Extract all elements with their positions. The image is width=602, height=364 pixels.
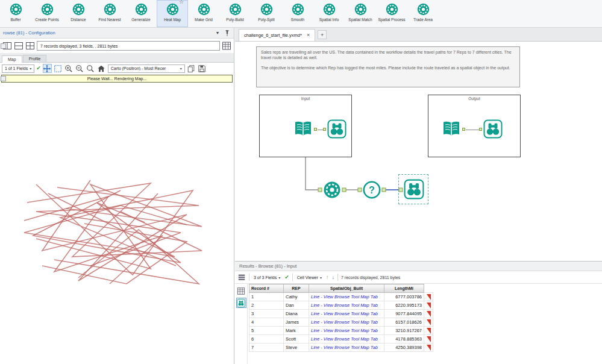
chevron-down-icon: ▾ bbox=[320, 275, 322, 280]
column-header-record[interactable]: Record # bbox=[249, 284, 284, 293]
table-row[interactable]: 5 Mark Line - View Browse Tool Map Tab 3… bbox=[249, 327, 433, 335]
column-header-rep[interactable]: REP bbox=[284, 284, 309, 293]
question-tool[interactable] bbox=[362, 180, 381, 199]
toolbar-tool-generalize[interactable]: Generalize bbox=[125, 0, 157, 27]
input-anchor[interactable] bbox=[479, 128, 482, 131]
layout-grid-split-icon[interactable] bbox=[25, 41, 35, 51]
copy-map-button[interactable] bbox=[187, 64, 196, 73]
config-panel-header: rowse (81) - Configuration ▾ bbox=[0, 28, 234, 39]
dock-icon-top[interactable] bbox=[1, 43, 6, 49]
table-row[interactable]: 7 Steve Line - View Browse Tool Map Tab … bbox=[249, 344, 433, 352]
apply-check-icon[interactable]: ✔ bbox=[284, 275, 289, 280]
toolbar-tool-spatial-process[interactable]: Spatial Process bbox=[376, 0, 407, 27]
output-tool-container[interactable]: Output bbox=[428, 95, 521, 157]
input-anchor[interactable] bbox=[318, 188, 322, 192]
input-tool-container[interactable]: Input bbox=[259, 95, 352, 157]
map-route-line bbox=[36, 184, 193, 275]
pan-tool-button[interactable] bbox=[43, 64, 52, 73]
toolbar-tool-buffer[interactable]: Buffer bbox=[0, 0, 31, 27]
table-row[interactable]: 2 Dan Line - View Browse Tool Map Tab 62… bbox=[249, 301, 433, 310]
tool-label: Spatial Info bbox=[319, 17, 339, 22]
fields-dropdown[interactable]: 1 of 1 Fields ▾ bbox=[2, 64, 34, 73]
spatial-link-cell[interactable]: Line - View Browse Tool Map Tab bbox=[309, 327, 384, 335]
spatial-link-cell[interactable]: Line - View Browse Tool Map Tab bbox=[309, 301, 384, 310]
favorite-star-icon[interactable]: ☆ bbox=[179, 0, 184, 5]
rep-cell: Diana bbox=[284, 310, 309, 318]
basemap-dropdown-value: Carto (Positron) - Most Recer bbox=[111, 66, 178, 71]
toolbar-tool-distance[interactable]: Distance bbox=[63, 0, 94, 27]
close-icon[interactable]: × bbox=[307, 33, 310, 38]
spatial-link-cell[interactable]: Line - View Browse Tool Map Tab bbox=[309, 344, 384, 352]
tab-profile[interactable]: Profile bbox=[23, 55, 47, 62]
workflow-tab[interactable]: challenge_6_start_flle.yxmd* × bbox=[239, 29, 315, 41]
comment-box[interactable]: Sales reps are travelling all over the U… bbox=[256, 46, 520, 87]
results-record-info: 7 records displayed, 2811 bytes bbox=[341, 275, 400, 280]
spatial-link-cell[interactable]: Line - View Browse Tool Map Tab bbox=[309, 335, 384, 344]
new-workflow-button[interactable]: + bbox=[318, 30, 327, 39]
record-number-cell: 1 bbox=[249, 293, 284, 301]
pin-icon[interactable] bbox=[224, 30, 231, 37]
column-header-spatialobj[interactable]: SpatialObj_Built bbox=[309, 284, 384, 293]
cell-viewer-dropdown[interactable]: Cell Viewer ▾ bbox=[296, 273, 323, 281]
toolbar-tool-find-nearest[interactable]: Find Nearest bbox=[94, 0, 125, 27]
length-cell: 4250.389398 bbox=[384, 344, 424, 352]
results-fields-dropdown[interactable]: 3 of 3 Fields ▾ bbox=[252, 273, 281, 281]
panel-menu-chevron-icon[interactable]: ▾ bbox=[214, 30, 221, 37]
toolbar-tool-spatial-info[interactable]: Spatial Info bbox=[313, 0, 345, 27]
results-panel-header[interactable]: Results - Browse (81) - Input bbox=[235, 262, 602, 271]
input-data-tool-icon[interactable] bbox=[293, 119, 313, 139]
spatial-process-tool[interactable] bbox=[322, 180, 342, 199]
save-map-button[interactable] bbox=[198, 64, 207, 73]
toolbar-tool-heat-map[interactable]: ☆ Heat Map bbox=[157, 0, 188, 27]
toolbar-tool-trade-area[interactable]: Trade Area bbox=[407, 0, 439, 27]
results-table[interactable]: Record # REP SpatialObj_Built LengthMi 1… bbox=[249, 284, 433, 352]
table-row[interactable]: 4 James Line - View Browse Tool Map Tab … bbox=[249, 318, 433, 327]
column-header-lengthmi[interactable]: LengthMi bbox=[384, 284, 424, 293]
results-side-strip bbox=[235, 284, 248, 364]
home-view-button[interactable] bbox=[97, 64, 106, 73]
zoom-out-button[interactable] bbox=[75, 64, 84, 73]
spatial-link-cell[interactable]: Line - View Browse Tool Map Tab bbox=[309, 310, 384, 318]
spatial-link-cell[interactable]: Line - View Browse Tool Map Tab bbox=[309, 318, 384, 327]
toolbar-tool-make-grid[interactable]: Make Grid bbox=[188, 0, 219, 27]
apply-check-icon[interactable]: ✔ bbox=[36, 66, 41, 71]
spatial-link-cell[interactable]: Line - View Browse Tool Map Tab bbox=[309, 293, 384, 301]
toolbar-tool-smooth[interactable]: Smooth bbox=[282, 0, 313, 27]
input-data-tool-icon[interactable] bbox=[442, 119, 461, 139]
map-view[interactable] bbox=[0, 85, 234, 364]
browse-tool-icon[interactable] bbox=[483, 119, 503, 139]
input-anchor[interactable] bbox=[358, 188, 362, 192]
move-down-icon[interactable]: ↓ bbox=[332, 275, 335, 280]
browse-tool-selected[interactable] bbox=[404, 179, 424, 199]
toolbar-tool-spatial-match[interactable]: Spatial Match bbox=[345, 0, 376, 27]
move-up-icon[interactable]: ↑ bbox=[326, 275, 329, 280]
table-row[interactable]: 1 Cathy Line - View Browse Tool Map Tab … bbox=[249, 293, 433, 301]
dock-icon-bottom[interactable] bbox=[1, 76, 6, 81]
browse-view-button[interactable] bbox=[236, 298, 246, 308]
output-anchor[interactable] bbox=[382, 188, 386, 192]
select-tool-button[interactable] bbox=[54, 64, 63, 73]
browse-tool-icon[interactable] bbox=[327, 119, 346, 139]
toolbar-tool-poly-split[interactable]: Poly-Split bbox=[251, 0, 282, 27]
select-rectangle-icon bbox=[54, 64, 62, 73]
toolbar-tool-create-points[interactable]: Create Points bbox=[31, 0, 63, 27]
input-anchor[interactable] bbox=[323, 128, 326, 131]
basemap-dropdown[interactable]: Carto (Positron) - Most Recer ▾ bbox=[108, 64, 185, 73]
workflow-canvas[interactable]: Sales reps are travelling all over the U… bbox=[235, 42, 602, 261]
zoom-extent-button[interactable] bbox=[86, 64, 95, 73]
table-row[interactable]: 3 Diana Line - View Browse Tool Map Tab … bbox=[249, 310, 433, 318]
tab-map[interactable]: Map bbox=[2, 55, 22, 63]
row-view-icon[interactable] bbox=[237, 273, 246, 281]
output-anchor[interactable] bbox=[342, 188, 346, 192]
table-row[interactable]: 6 Scott Line - View Browse Tool Map Tab … bbox=[249, 335, 433, 344]
toolbar-tool-poly-build[interactable]: Poly-Build bbox=[219, 0, 251, 27]
layout-horizontal-split-icon[interactable] bbox=[14, 41, 24, 51]
output-anchor[interactable] bbox=[462, 128, 465, 131]
tool-label: Generalize bbox=[131, 17, 150, 22]
poly-split-tool-icon bbox=[260, 2, 274, 16]
make-grid-tool-icon bbox=[197, 2, 211, 16]
table-view-button[interactable] bbox=[236, 286, 246, 296]
output-anchor[interactable] bbox=[314, 128, 317, 131]
export-table-icon[interactable] bbox=[222, 41, 231, 51]
zoom-in-button[interactable] bbox=[64, 64, 74, 73]
